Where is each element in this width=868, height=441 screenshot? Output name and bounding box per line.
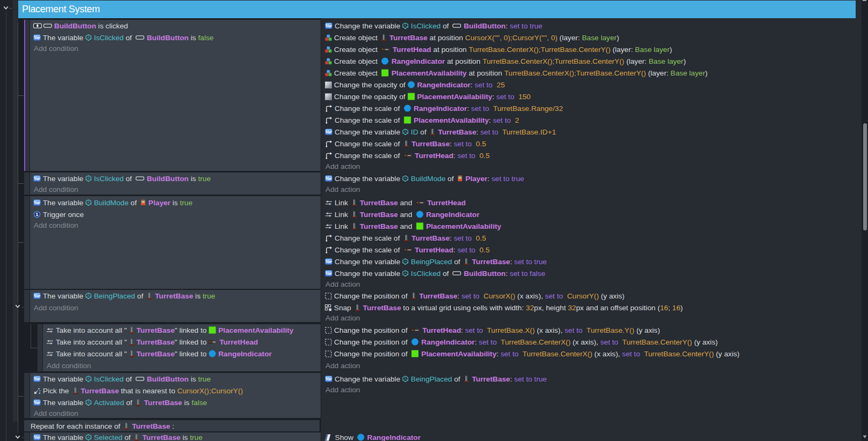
svg-text:Var: Var (325, 377, 332, 382)
svg-text:Var: Var (34, 200, 40, 205)
svg-text:1: 1 (35, 211, 39, 217)
svg-text:Var: Var (325, 176, 332, 181)
svg-text:Var: Var (325, 130, 332, 134)
svg-text:Var: Var (34, 176, 40, 181)
svg-text:Var: Var (325, 24, 332, 28)
svg-text:Var: Var (34, 35, 40, 40)
svg-text:Var: Var (34, 294, 40, 298)
svg-text:Var: Var (325, 259, 332, 264)
svg-text:Var: Var (34, 435, 40, 440)
svg-text:Var: Var (34, 400, 40, 405)
svg-text:Var: Var (325, 271, 332, 276)
svg-text:Var: Var (34, 377, 40, 382)
